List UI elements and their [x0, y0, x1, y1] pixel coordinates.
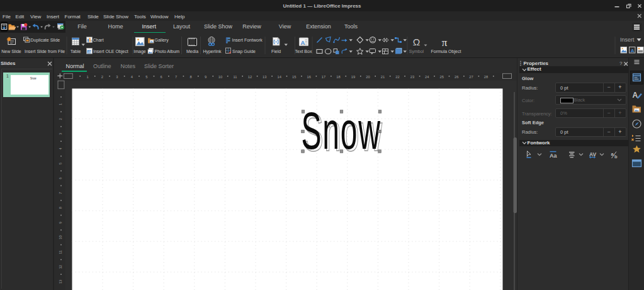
svg-text:18: 18 [336, 75, 340, 79]
svg-text:π: π [442, 37, 448, 49]
svg-text:13: 13 [59, 280, 62, 284]
svg-text:23: 23 [410, 75, 414, 79]
svg-text:11: 11 [59, 250, 62, 254]
svg-text:9: 9 [59, 221, 62, 223]
svg-text:Aa: Aa [550, 153, 557, 159]
svg-text:22: 22 [395, 75, 399, 79]
svg-text:3: 3 [116, 75, 118, 79]
svg-text:7: 7 [59, 192, 62, 194]
svg-text:8: 8 [189, 75, 191, 79]
svg-text:17: 17 [322, 75, 325, 79]
svg-text:24: 24 [425, 75, 429, 79]
svg-text:21: 21 [381, 75, 385, 79]
svg-text:10: 10 [59, 235, 62, 239]
svg-text:15: 15 [292, 75, 296, 79]
svg-text:10: 10 [218, 75, 222, 79]
svg-text:26: 26 [455, 75, 458, 79]
svg-text:12: 12 [59, 265, 62, 269]
svg-text:14: 14 [278, 75, 282, 79]
svg-text:1: 1 [59, 103, 62, 105]
svg-text:16: 16 [307, 75, 310, 79]
svg-text:12: 12 [248, 75, 252, 79]
svg-text:2: 2 [101, 75, 103, 79]
svg-text:20: 20 [366, 75, 370, 79]
svg-text:3: 3 [59, 133, 62, 135]
svg-text:11: 11 [233, 75, 237, 79]
svg-text:27: 27 [469, 75, 473, 79]
svg-text:ole: ole [88, 50, 92, 54]
svg-text:9: 9 [205, 75, 206, 79]
svg-text:7: 7 [175, 75, 177, 79]
svg-text:F: F [226, 37, 230, 44]
svg-text:6: 6 [161, 75, 162, 79]
svg-text:28: 28 [484, 75, 488, 79]
svg-text:25: 25 [440, 75, 444, 79]
svg-text:2: 2 [59, 118, 62, 120]
svg-text:1: 1 [86, 75, 88, 79]
svg-text:8: 8 [59, 207, 62, 209]
svg-text:13: 13 [263, 75, 266, 79]
svg-text:b: b [614, 154, 618, 160]
svg-text:5: 5 [145, 75, 147, 79]
svg-text:19: 19 [351, 75, 355, 79]
svg-text:Ω: Ω [413, 37, 421, 47]
svg-text:5: 5 [59, 163, 62, 165]
svg-text:6: 6 [59, 177, 62, 179]
svg-text:A: A [631, 48, 635, 54]
